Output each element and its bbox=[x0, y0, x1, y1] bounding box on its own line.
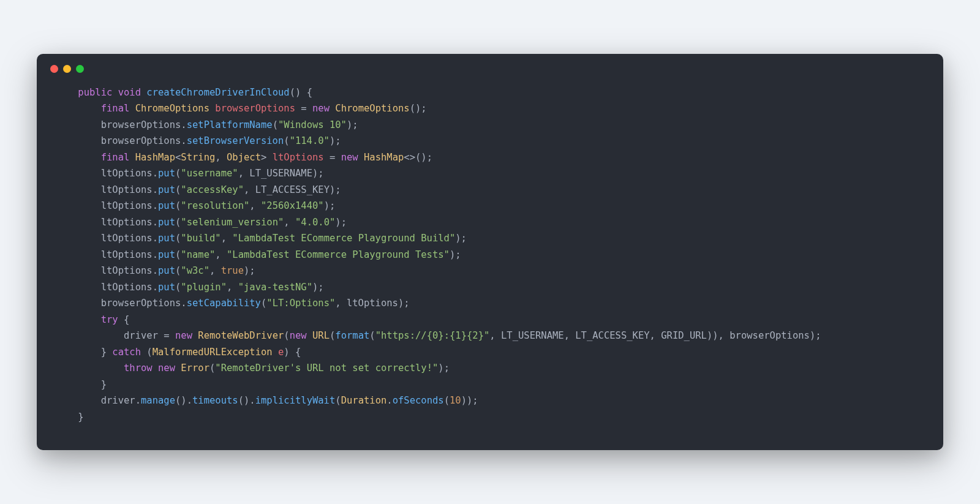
code-token-pln bbox=[175, 363, 181, 374]
code-token-type: ChromeOptions bbox=[135, 103, 209, 114]
code-token-pln: , LT_USERNAME); bbox=[238, 168, 324, 179]
code-token-pln: (). bbox=[238, 395, 255, 406]
code-token-fn: put bbox=[158, 265, 175, 276]
code-token-fn: format bbox=[335, 330, 369, 341]
code-token-pln: > bbox=[261, 152, 273, 163]
code-token-type: HashMap bbox=[364, 152, 404, 163]
code-token-kw: final bbox=[101, 103, 130, 114]
code-token-type: RemoteWebDriver bbox=[198, 330, 284, 341]
code-token-pln: , bbox=[215, 249, 227, 260]
code-token-kw: new bbox=[312, 103, 330, 114]
code-token-pln: ( bbox=[273, 119, 278, 130]
code-token-fn: setBrowserVersion bbox=[187, 135, 284, 146]
code-token-pln: ltOptions. bbox=[55, 249, 158, 260]
code-token-str: "accessKey" bbox=[181, 184, 244, 195]
code-token-str: "resolution" bbox=[181, 200, 249, 211]
code-token-pln bbox=[55, 152, 101, 163]
code-token-pln: ( bbox=[175, 233, 181, 244]
code-token-pln: = bbox=[295, 103, 312, 114]
code-token-fn: createChromeDriverInCloud bbox=[146, 87, 289, 98]
code-token-pln: , bbox=[209, 265, 221, 276]
maximize-icon[interactable] bbox=[76, 65, 84, 73]
code-token-pln: ( bbox=[261, 298, 266, 309]
code-token-str: "plugin" bbox=[181, 282, 227, 293]
code-token-pln: ); bbox=[244, 265, 255, 276]
minimize-icon[interactable] bbox=[63, 65, 71, 73]
code-token-pln: , LT_ACCESS_KEY); bbox=[244, 184, 341, 195]
code-token-pln: ( bbox=[175, 184, 181, 195]
code-token-pln: . bbox=[386, 395, 392, 406]
code-token-pln: ( bbox=[175, 200, 181, 211]
code-token-type: Error bbox=[181, 363, 209, 374]
code-token-pln: , bbox=[284, 217, 295, 228]
code-token-pln: ); bbox=[324, 200, 336, 211]
code-token-pln: } bbox=[55, 379, 107, 390]
code-token-pln: , LT_USERNAME, LT_ACCESS_KEY, GRID_URL))… bbox=[489, 330, 821, 341]
code-token-str: "name" bbox=[181, 249, 215, 260]
code-token-pln bbox=[141, 87, 146, 98]
code-token-fn: implicitlyWait bbox=[255, 395, 336, 406]
code-token-str: "https://{0}:{1}{2}" bbox=[375, 330, 490, 341]
code-token-num: 10 bbox=[450, 395, 461, 406]
window-titlebar bbox=[37, 54, 943, 79]
code-token-str: "java-testNG" bbox=[238, 282, 312, 293]
code-token-pln: , bbox=[215, 152, 227, 163]
code-token-var: browserOptions bbox=[215, 103, 295, 114]
code-token-fn: put bbox=[158, 233, 175, 244]
code-token-pln: () { bbox=[290, 87, 312, 98]
code-token-pln: ( bbox=[444, 395, 450, 406]
code-token-pln bbox=[358, 152, 364, 163]
code-token-str: "4.0.0" bbox=[295, 217, 335, 228]
code-token-str: "2560x1440" bbox=[261, 200, 324, 211]
code-token-fn: put bbox=[158, 184, 175, 195]
code-token-fn: put bbox=[158, 249, 175, 260]
code-token-type: URL bbox=[312, 330, 330, 341]
code-token-pln: ); bbox=[347, 119, 358, 130]
code-token-pln: driver. bbox=[55, 395, 141, 406]
code-token-pln: < bbox=[175, 152, 181, 163]
code-token-pln: ( bbox=[335, 395, 341, 406]
code-token-pln: ltOptions. bbox=[55, 233, 158, 244]
code-token-pln bbox=[273, 347, 278, 358]
code-token-kw: void bbox=[118, 87, 141, 98]
code-token-str: "selenium_version" bbox=[181, 217, 284, 228]
code-token-pln: , bbox=[249, 200, 261, 211]
code-token-pln: <>(); bbox=[404, 152, 432, 163]
code-token-pln bbox=[112, 87, 118, 98]
code-token-pln: , bbox=[221, 233, 233, 244]
code-token-kw: new bbox=[175, 330, 192, 341]
code-token-pln: , bbox=[227, 282, 238, 293]
code-token-kw: new bbox=[290, 330, 307, 341]
code-token-kw: new bbox=[341, 152, 358, 163]
code-token-pln: { bbox=[118, 314, 130, 325]
code-token-pln: browserOptions. bbox=[55, 298, 187, 309]
code-token-str: "LambdaTest ECommerce Playground Tests" bbox=[227, 249, 450, 260]
code-token-pln: ); bbox=[330, 135, 341, 146]
code-token-pln: ); bbox=[450, 249, 461, 260]
code-token-kw: new bbox=[158, 363, 175, 374]
code-token-kw: try bbox=[101, 314, 118, 325]
code-token-pln: ( bbox=[141, 347, 153, 358]
code-token-fn: put bbox=[158, 282, 175, 293]
code-editor-window: public void createChromeDriverInCloud() … bbox=[37, 54, 943, 451]
code-token-pln: ); bbox=[335, 217, 347, 228]
code-token-pln bbox=[192, 330, 198, 341]
code-token-pln: browserOptions. bbox=[55, 119, 187, 130]
code-token-kw: final bbox=[101, 152, 130, 163]
code-token-pln: browserOptions. bbox=[55, 135, 187, 146]
code-token-str: "LT:Options" bbox=[266, 298, 335, 309]
code-token-pln: ltOptions. bbox=[55, 200, 158, 211]
code-token-pln: driver = bbox=[55, 330, 175, 341]
code-token-pln: ltOptions. bbox=[55, 282, 158, 293]
close-icon[interactable] bbox=[50, 65, 58, 73]
code-token-pln bbox=[129, 152, 135, 163]
code-token-type: Duration bbox=[341, 395, 387, 406]
code-token-pln: ); bbox=[312, 282, 324, 293]
code-token-pln bbox=[55, 103, 101, 114]
code-token-type: HashMap bbox=[135, 152, 175, 163]
code-token-pln bbox=[307, 330, 312, 341]
code-content[interactable]: public void createChromeDriverInCloud() … bbox=[37, 79, 943, 432]
code-token-pln: ( bbox=[175, 168, 181, 179]
code-token-pln: )); bbox=[461, 395, 478, 406]
code-token-str: "RemoteDriver's URL not set correctly!" bbox=[215, 363, 438, 374]
